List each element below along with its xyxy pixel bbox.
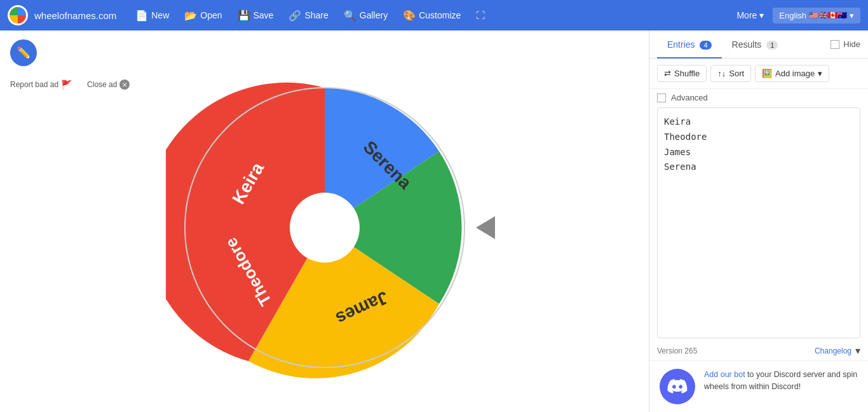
more-chevron-icon: ▾: [759, 10, 764, 20]
advanced-checkbox[interactable]: [657, 93, 666, 102]
wheel-svg[interactable]: Keira Serena James Theodore: [166, 69, 484, 387]
nav-share-label: Share: [304, 10, 328, 20]
close-ad-label: Close ad: [87, 80, 117, 89]
nav-new-label: New: [151, 10, 169, 20]
advanced-label: Advanced: [671, 93, 708, 102]
discord-section: Add our bot to your Discord server and s…: [649, 360, 868, 412]
tab-results-label: Results: [732, 39, 762, 50]
nav-customize-label: Customize: [419, 10, 461, 20]
report-ad-button[interactable]: Report bad ad 🚩: [10, 79, 72, 90]
lang-label: English: [779, 11, 806, 20]
save-icon: 💾: [238, 10, 250, 22]
changelog-link[interactable]: Changelog: [815, 347, 851, 355]
wheel-pointer: [476, 216, 495, 239]
nav-gallery-button[interactable]: 🔍 Gallery: [337, 6, 394, 25]
more-label: More: [736, 10, 757, 20]
shuffle-button[interactable]: ⇄ Shuffle: [657, 65, 707, 82]
shuffle-icon: ⇄: [664, 69, 671, 78]
discord-icon: [660, 369, 695, 404]
add-image-button[interactable]: 🖼️ Add image ▾: [755, 65, 829, 82]
hide-button[interactable]: Hide: [831, 31, 860, 58]
close-icon: ✕: [119, 79, 130, 90]
close-ad-button[interactable]: Close ad ✕: [87, 79, 130, 90]
report-ad-label: Report bad ad: [10, 80, 58, 89]
nav-open-button[interactable]: 📂 Open: [178, 6, 228, 25]
sort-button[interactable]: ↑↓ Sort: [710, 65, 751, 82]
nav-customize-button[interactable]: 🎨 Customize: [397, 6, 467, 25]
nav-new-button[interactable]: 📄 New: [129, 6, 175, 25]
wheel-container[interactable]: Keira Serena James Theodore: [166, 69, 484, 387]
site-title: wheelofnames.com: [34, 10, 116, 21]
gallery-icon: 🔍: [344, 10, 356, 22]
flag-icon: 🚩: [61, 79, 72, 90]
wheel-center: [290, 193, 360, 263]
pencil-icon: ✏️: [17, 46, 31, 60]
more-button[interactable]: More ▾: [730, 6, 770, 24]
logo: [8, 5, 28, 25]
fullscreen-icon: ⛶: [476, 10, 485, 20]
tab-results[interactable]: Results 1: [722, 31, 789, 58]
language-button[interactable]: English 🇺🇸🇬🇧🇨🇦🇦🇺 ▾: [773, 8, 860, 24]
tab-entries-label: Entries: [667, 39, 695, 50]
entries-textarea[interactable]: [657, 107, 860, 338]
tab-entries[interactable]: Entries 4: [657, 31, 722, 58]
new-icon: 📄: [135, 10, 148, 22]
header: wheelofnames.com 📄 New 📂 Open 💾 Save 🔗 S…: [0, 0, 868, 31]
logo-inner: [10, 7, 26, 24]
customize-icon: 🎨: [403, 10, 416, 22]
right-panel: Entries 4 Results 1 Hide ⇄ Shuffle ↑↓ So…: [649, 31, 868, 412]
version-label: Version 265: [657, 347, 697, 355]
nav-gallery-label: Gallery: [360, 10, 388, 20]
advanced-row: Advanced: [649, 89, 868, 107]
lang-chevron-icon: ▾: [850, 11, 854, 20]
discord-text: Add our bot to your Discord server and s…: [704, 369, 858, 393]
results-badge: 1: [766, 41, 778, 50]
entries-badge: 4: [700, 41, 711, 50]
wheel-area: ✏️ Report bad ad 🚩 Close ad ✕: [0, 31, 649, 412]
nav-save-button[interactable]: 💾 Save: [231, 6, 280, 25]
shuffle-label: Shuffle: [674, 69, 700, 78]
flag-icons: 🇺🇸🇬🇧🇨🇦🇦🇺: [809, 11, 847, 20]
tabs-row: Entries 4 Results 1 Hide: [649, 31, 868, 58]
discord-add-bot-link[interactable]: Add our bot: [704, 370, 745, 379]
open-icon: 📂: [184, 10, 197, 22]
hide-checkbox[interactable]: [831, 40, 839, 49]
share-icon: 🔗: [288, 10, 301, 22]
image-icon: 🖼️: [762, 69, 772, 78]
fullscreen-button[interactable]: ⛶: [470, 6, 491, 24]
add-image-label: Add image: [775, 69, 815, 78]
expand-icon[interactable]: ▾: [855, 345, 860, 357]
edit-button[interactable]: ✏️: [10, 39, 37, 66]
sort-icon: ↑↓: [717, 69, 726, 78]
panel-footer: Version 265 Changelog ▾: [649, 338, 868, 360]
hide-label: Hide: [843, 39, 860, 49]
toolbar: ⇄ Shuffle ↑↓ Sort 🖼️ Add image ▾: [649, 58, 868, 89]
main-content: ✏️ Report bad ad 🚩 Close ad ✕: [0, 31, 868, 412]
sort-label: Sort: [729, 69, 744, 78]
nav-share-button[interactable]: 🔗 Share: [282, 6, 334, 25]
nav-save-label: Save: [254, 10, 274, 20]
nav-open-label: Open: [200, 10, 222, 20]
add-image-chevron-icon: ▾: [818, 69, 822, 78]
